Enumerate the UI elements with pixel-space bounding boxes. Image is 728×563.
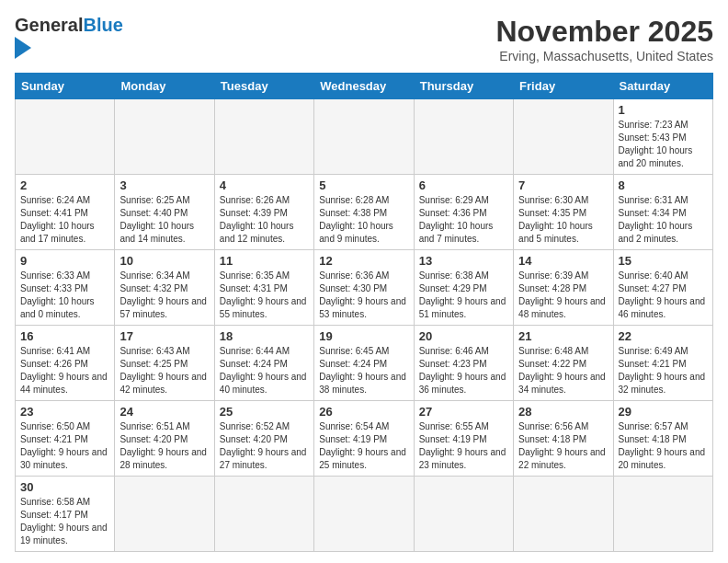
calendar-cell: 19Sunrise: 6:45 AM Sunset: 4:24 PM Dayli… bbox=[314, 326, 414, 401]
calendar-table: SundayMondayTuesdayWednesdayThursdayFrid… bbox=[15, 73, 713, 552]
day-number: 30 bbox=[20, 480, 109, 494]
header-day-friday: Friday bbox=[514, 74, 613, 99]
day-number: 22 bbox=[619, 329, 708, 343]
calendar-cell bbox=[214, 477, 313, 552]
day-number: 23 bbox=[20, 405, 109, 419]
day-number: 18 bbox=[220, 329, 309, 343]
calendar-cell bbox=[314, 477, 414, 552]
day-info: Sunrise: 6:24 AM Sunset: 4:41 PM Dayligh… bbox=[20, 194, 109, 246]
calendar-cell: 6Sunrise: 6:29 AM Sunset: 4:36 PM Daylig… bbox=[414, 175, 513, 250]
day-info: Sunrise: 6:33 AM Sunset: 4:33 PM Dayligh… bbox=[20, 270, 109, 321]
calendar-cell: 24Sunrise: 6:51 AM Sunset: 4:20 PM Dayli… bbox=[115, 401, 214, 477]
day-number: 8 bbox=[619, 178, 708, 192]
day-number: 17 bbox=[119, 329, 209, 343]
day-number: 12 bbox=[319, 254, 408, 268]
calendar-cell: 11Sunrise: 6:35 AM Sunset: 4:31 PM Dayli… bbox=[214, 250, 313, 326]
day-number: 10 bbox=[119, 254, 209, 268]
day-info: Sunrise: 6:49 AM Sunset: 4:21 PM Dayligh… bbox=[619, 345, 708, 396]
calendar-week-5: 30Sunrise: 6:58 AM Sunset: 4:17 PM Dayli… bbox=[16, 477, 713, 552]
calendar-cell bbox=[514, 99, 613, 175]
day-info: Sunrise: 6:46 AM Sunset: 4:23 PM Dayligh… bbox=[419, 345, 508, 396]
day-info: Sunrise: 6:55 AM Sunset: 4:19 PM Dayligh… bbox=[419, 420, 508, 472]
calendar-cell bbox=[115, 477, 214, 552]
day-info: Sunrise: 6:25 AM Sunset: 4:40 PM Dayligh… bbox=[119, 194, 209, 246]
calendar-cell: 29Sunrise: 6:57 AM Sunset: 4:18 PM Dayli… bbox=[613, 401, 712, 477]
calendar-week-0: 1Sunrise: 7:23 AM Sunset: 5:43 PM Daylig… bbox=[16, 99, 713, 175]
calendar-cell: 15Sunrise: 6:40 AM Sunset: 4:27 PM Dayli… bbox=[613, 250, 712, 326]
calendar-cell: 14Sunrise: 6:39 AM Sunset: 4:28 PM Dayli… bbox=[514, 250, 613, 326]
day-number: 3 bbox=[119, 178, 209, 192]
day-info: Sunrise: 6:28 AM Sunset: 4:38 PM Dayligh… bbox=[319, 194, 408, 246]
calendar-cell bbox=[16, 99, 115, 175]
calendar-cell bbox=[613, 477, 712, 552]
calendar-cell bbox=[214, 99, 313, 175]
day-info: Sunrise: 6:54 AM Sunset: 4:19 PM Dayligh… bbox=[319, 420, 408, 472]
header-day-wednesday: Wednesday bbox=[314, 74, 414, 99]
day-number: 6 bbox=[419, 178, 508, 192]
calendar-header-row: SundayMondayTuesdayWednesdayThursdayFrid… bbox=[16, 74, 713, 99]
day-info: Sunrise: 6:56 AM Sunset: 4:18 PM Dayligh… bbox=[518, 420, 608, 472]
day-info: Sunrise: 6:45 AM Sunset: 4:24 PM Dayligh… bbox=[319, 345, 408, 396]
calendar-cell: 25Sunrise: 6:52 AM Sunset: 4:20 PM Dayli… bbox=[214, 401, 313, 477]
day-info: Sunrise: 6:35 AM Sunset: 4:31 PM Dayligh… bbox=[220, 270, 309, 321]
day-info: Sunrise: 6:57 AM Sunset: 4:18 PM Dayligh… bbox=[619, 420, 708, 472]
calendar-cell: 18Sunrise: 6:44 AM Sunset: 4:24 PM Dayli… bbox=[214, 326, 313, 401]
header-day-saturday: Saturday bbox=[613, 74, 712, 99]
calendar-cell: 10Sunrise: 6:34 AM Sunset: 4:32 PM Dayli… bbox=[115, 250, 214, 326]
day-number: 28 bbox=[518, 405, 608, 419]
calendar-cell: 20Sunrise: 6:46 AM Sunset: 4:23 PM Dayli… bbox=[414, 326, 513, 401]
calendar-week-4: 23Sunrise: 6:50 AM Sunset: 4:21 PM Dayli… bbox=[16, 401, 713, 477]
day-info: Sunrise: 6:48 AM Sunset: 4:22 PM Dayligh… bbox=[518, 345, 608, 396]
day-number: 16 bbox=[20, 329, 109, 343]
day-number: 2 bbox=[20, 178, 109, 192]
day-info: Sunrise: 6:31 AM Sunset: 4:34 PM Dayligh… bbox=[619, 194, 708, 246]
day-info: Sunrise: 6:29 AM Sunset: 4:36 PM Dayligh… bbox=[419, 194, 508, 246]
day-info: Sunrise: 6:38 AM Sunset: 4:29 PM Dayligh… bbox=[419, 270, 508, 321]
day-info: Sunrise: 6:58 AM Sunset: 4:17 PM Dayligh… bbox=[20, 496, 109, 547]
day-info: Sunrise: 6:43 AM Sunset: 4:25 PM Dayligh… bbox=[119, 345, 209, 396]
calendar-cell: 27Sunrise: 6:55 AM Sunset: 4:19 PM Dayli… bbox=[414, 401, 513, 477]
day-info: Sunrise: 6:50 AM Sunset: 4:21 PM Dayligh… bbox=[20, 420, 109, 472]
calendar-cell: 16Sunrise: 6:41 AM Sunset: 4:26 PM Dayli… bbox=[16, 326, 115, 401]
day-number: 1 bbox=[619, 103, 708, 117]
day-number: 7 bbox=[518, 178, 608, 192]
day-info: Sunrise: 6:41 AM Sunset: 4:26 PM Dayligh… bbox=[20, 345, 109, 396]
day-info: Sunrise: 6:30 AM Sunset: 4:35 PM Dayligh… bbox=[518, 194, 608, 246]
day-number: 15 bbox=[619, 254, 708, 268]
logo-text: GeneralBlue bbox=[15, 15, 123, 59]
day-info: Sunrise: 6:44 AM Sunset: 4:24 PM Dayligh… bbox=[220, 345, 309, 396]
day-info: Sunrise: 6:26 AM Sunset: 4:39 PM Dayligh… bbox=[220, 194, 309, 246]
calendar-cell: 9Sunrise: 6:33 AM Sunset: 4:33 PM Daylig… bbox=[16, 250, 115, 326]
calendar-cell: 13Sunrise: 6:38 AM Sunset: 4:29 PM Dayli… bbox=[414, 250, 513, 326]
calendar-cell: 28Sunrise: 6:56 AM Sunset: 4:18 PM Dayli… bbox=[514, 401, 613, 477]
day-info: Sunrise: 6:40 AM Sunset: 4:27 PM Dayligh… bbox=[619, 270, 708, 321]
day-number: 5 bbox=[319, 178, 408, 192]
header: GeneralBlue November 2025 Erving, Massac… bbox=[15, 15, 713, 63]
day-number: 25 bbox=[220, 405, 309, 419]
calendar-cell bbox=[414, 477, 513, 552]
day-number: 13 bbox=[419, 254, 508, 268]
calendar-cell bbox=[514, 477, 613, 552]
calendar-cell: 21Sunrise: 6:48 AM Sunset: 4:22 PM Dayli… bbox=[514, 326, 613, 401]
day-info: Sunrise: 6:39 AM Sunset: 4:28 PM Dayligh… bbox=[518, 270, 608, 321]
day-info: Sunrise: 7:23 AM Sunset: 5:43 PM Dayligh… bbox=[619, 119, 708, 170]
calendar-cell: 4Sunrise: 6:26 AM Sunset: 4:39 PM Daylig… bbox=[214, 175, 313, 250]
calendar-cell: 2Sunrise: 6:24 AM Sunset: 4:41 PM Daylig… bbox=[16, 175, 115, 250]
calendar-cell: 17Sunrise: 6:43 AM Sunset: 4:25 PM Dayli… bbox=[115, 326, 214, 401]
day-number: 26 bbox=[319, 405, 408, 419]
calendar-cell: 7Sunrise: 6:30 AM Sunset: 4:35 PM Daylig… bbox=[514, 175, 613, 250]
calendar-cell: 26Sunrise: 6:54 AM Sunset: 4:19 PM Dayli… bbox=[314, 401, 414, 477]
day-info: Sunrise: 6:34 AM Sunset: 4:32 PM Dayligh… bbox=[119, 270, 209, 321]
calendar-cell: 1Sunrise: 7:23 AM Sunset: 5:43 PM Daylig… bbox=[613, 99, 712, 175]
calendar-cell: 8Sunrise: 6:31 AM Sunset: 4:34 PM Daylig… bbox=[613, 175, 712, 250]
calendar-cell: 12Sunrise: 6:36 AM Sunset: 4:30 PM Dayli… bbox=[314, 250, 414, 326]
day-info: Sunrise: 6:52 AM Sunset: 4:20 PM Dayligh… bbox=[220, 420, 309, 472]
day-number: 29 bbox=[619, 405, 708, 419]
day-info: Sunrise: 6:51 AM Sunset: 4:20 PM Dayligh… bbox=[119, 420, 209, 472]
calendar-subtitle: Erving, Massachusetts, United States bbox=[495, 49, 713, 63]
calendar-title: November 2025 bbox=[495, 15, 713, 49]
header-day-thursday: Thursday bbox=[414, 74, 513, 99]
calendar-cell bbox=[414, 99, 513, 175]
calendar-week-1: 2Sunrise: 6:24 AM Sunset: 4:41 PM Daylig… bbox=[16, 175, 713, 250]
day-number: 19 bbox=[319, 329, 408, 343]
